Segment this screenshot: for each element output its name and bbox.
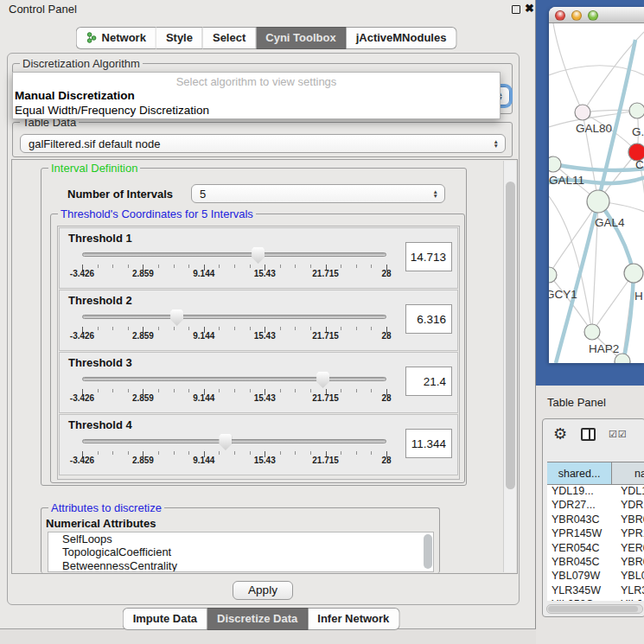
split-columns-icon[interactable] [581,428,596,441]
main-vertical-scrollbar[interactable] [503,161,516,572]
slider-tick [341,389,341,392]
table-row[interactable]: YER054CYER0 [547,542,644,556]
number-of-intervals-combobox[interactable]: 5 ▲▼ [191,184,445,203]
tab-discretize-data[interactable]: Discretize Data [207,608,308,630]
threshold-slider[interactable] [82,434,386,455]
mac-zoom-button[interactable] [588,10,598,21]
table-row[interactable]: YBL079WYBL0 [547,570,644,583]
scrollbar-thumb[interactable] [506,182,515,489]
list-scrollbar-thumb[interactable] [424,534,432,569]
threshold-slider[interactable] [82,309,386,330]
slider-handle[interactable] [316,372,329,388]
tab-impute-data[interactable]: Impute Data [123,608,207,630]
threshold-value-field[interactable] [405,242,452,271]
tab-network[interactable]: Network [76,27,156,49]
table-data-combobox[interactable]: galFiltered.sif default node ▲▼ [20,134,506,153]
attribute-item[interactable]: TopologicalCoefficient [48,545,433,558]
threshold-value-field[interactable] [405,429,452,458]
network-window-titlebar[interactable] [549,7,644,23]
slider-tick [158,265,159,268]
checkbox-columns-icon[interactable]: ☑☑ [609,429,628,440]
scale-label: 9.144 [193,456,214,465]
network-canvas[interactable]: GAL80G.CGAL11GAL4GCY1HHAP2 [549,23,644,363]
scrollbar-thumb[interactable] [548,606,638,612]
slider-tick [219,451,220,455]
attribute-item[interactable]: BetweennessCentrality [48,559,433,572]
table-row[interactable]: YDL19...YDL1 [547,485,644,499]
slider-tick [250,265,251,268]
dropdown-item-manual[interactable]: Manual Discretization [15,89,135,102]
threshold-label: Threshold 4 [68,418,132,431]
dropdown-item-equal-width[interactable]: Equal Width/Frequency Discretization [15,104,209,117]
slider-tick [295,327,296,330]
slider-tick [174,389,175,392]
slider-handle[interactable] [252,247,265,264]
table-data-value: galFiltered.sif default node [29,137,160,150]
tab-cyni-toolbox[interactable]: Cyni Toolbox [256,27,346,49]
slider-tick [128,327,129,330]
slider-tick [341,327,341,330]
gear-icon[interactable]: ⚙ [553,424,567,443]
cyni-toolbox-panel: Discretization Algorithm ▲▼ Select algor… [7,53,520,605]
tab-label: Cyni Toolbox [265,31,335,44]
slider-tick [356,389,357,392]
cell-name: YIL0 [615,598,644,601]
tab-label: Style [166,31,193,44]
tab-jactivemnodules[interactable]: jActiveMNodules [347,27,457,49]
mac-minimize-button[interactable] [571,10,582,21]
slider-tick [98,389,99,392]
threshold-value-field[interactable] [405,367,452,396]
network-node-gal80[interactable] [575,105,590,120]
slider-tick [234,451,235,455]
tab-select[interactable]: Select [203,27,256,49]
tab-style[interactable]: Style [156,27,203,49]
attribute-item[interactable]: SelfLoops [48,532,433,545]
numerical-attributes-list[interactable]: SelfLoopsTopologicalCoefficientBetweenne… [48,532,434,572]
interval-definition-title: Interval Definition [48,162,140,175]
slider-tick [280,451,281,455]
cell-shared-name: YDR27... [547,499,615,513]
table-row[interactable]: YBR045CYBR0 [547,556,644,570]
slider-tick [112,327,113,330]
apply-button[interactable]: Apply [233,581,293,600]
cell-name: YLR3 [615,584,644,598]
table-row[interactable]: YLR345WYLR3 [547,584,644,598]
table-row[interactable]: YDR27...YDR2 [547,499,644,513]
network-window: GAL80G.CGAL11GAL4GCY1HHAP2 [549,7,644,363]
cell-shared-name: YER054C [547,542,615,556]
slider-tick [250,327,251,330]
close-icon[interactable]: ✖ [525,2,534,15]
slider-track[interactable] [82,439,386,443]
tab-infer-network[interactable]: Infer Network [308,608,399,630]
slider-handle[interactable] [219,434,232,450]
network-node-gal11[interactable] [549,156,561,172]
column-header-name[interactable]: na [612,462,644,484]
network-node-hap2[interactable] [584,324,600,340]
table-row[interactable]: YBR043CYBR0 [547,513,644,527]
slider-handle[interactable] [170,309,183,326]
slider-tick [112,451,113,455]
threshold-slider[interactable] [82,247,386,268]
network-node-gal4[interactable] [587,190,609,213]
network-node-h[interactable] [624,264,643,283]
network-node-gcy1[interactable] [549,267,557,283]
threshold-row-3: Threshold 3-3.4262.8599.14415.4321.71528 [59,352,458,413]
threshold-slider[interactable] [82,372,386,392]
node-label: GAL80 [576,122,612,135]
network-frame-border: GAL80G.CGAL11GAL4GCY1HHAP2 [536,0,644,386]
slider-track[interactable] [82,377,386,381]
table-row[interactable]: YPR145WYPR1 [547,527,644,541]
slider-track[interactable] [82,315,386,319]
threshold-value-field[interactable] [405,304,452,334]
mac-close-button[interactable] [555,10,565,21]
table-row[interactable]: YIL052CYIL0 [547,598,644,601]
combo-stepper-icon: ▲▼ [494,135,499,152]
column-header-shared[interactable]: shared... [547,462,612,484]
discretization-algorithm-title: Discretization Algorithm [20,57,143,70]
table-horizontal-scrollbar[interactable] [546,604,643,614]
float-window-icon[interactable] [512,5,520,14]
network-node-g[interactable] [629,103,644,118]
node-label: HAP2 [589,342,619,355]
node-label: H [634,290,643,303]
slider-track[interactable] [82,252,386,257]
